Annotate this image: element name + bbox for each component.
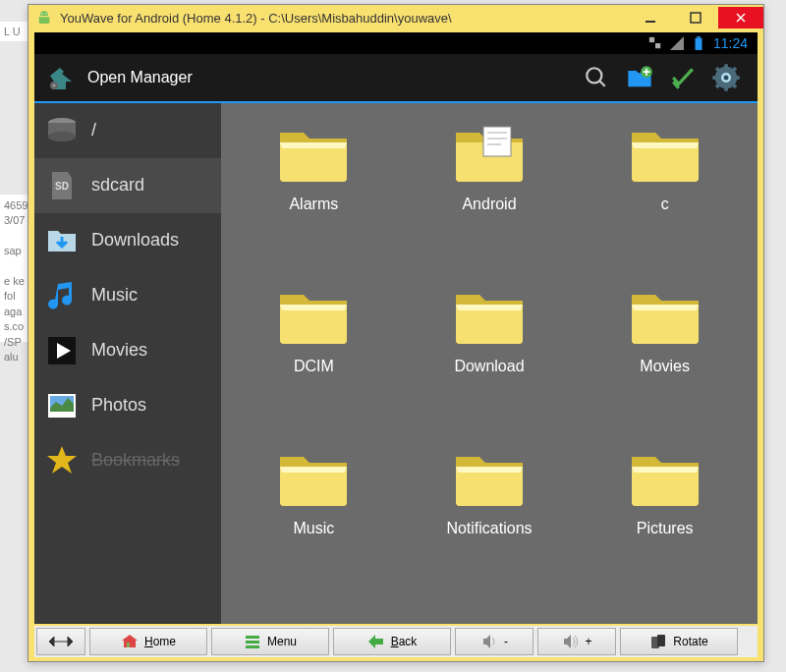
volume-up-button[interactable]: + [537, 628, 616, 655]
signal-icon [670, 36, 684, 50]
rotate-button[interactable]: Rotate [620, 628, 738, 655]
rotate-label: Rotate [673, 635, 707, 648]
folder-icon [626, 281, 704, 348]
folder-label: Pictures [637, 520, 694, 537]
svg-rect-21 [483, 127, 511, 156]
folder-icon [626, 443, 704, 510]
new-folder-button[interactable] [620, 58, 659, 97]
sidebar-item-downloads[interactable]: Downloads [34, 213, 221, 268]
folder-icon [274, 119, 353, 186]
folder-icon [450, 281, 529, 348]
folder-label: Download [454, 358, 524, 375]
folder-grid: Alarms Android c DCIM Download [221, 103, 758, 624]
resize-button[interactable] [36, 628, 85, 655]
folder-icon [274, 281, 353, 348]
svg-rect-27 [657, 635, 665, 646]
rotate-icon [649, 633, 667, 650]
svg-text:SD: SD [55, 181, 69, 192]
folder-label: Notifications [446, 520, 532, 537]
menu-button[interactable]: Menu [211, 628, 329, 655]
folder-notifications[interactable]: Notifications [407, 443, 573, 595]
sidebar-item-bookmarks[interactable]: Bookmarks [34, 433, 221, 488]
back-button[interactable]: Back [333, 628, 451, 655]
svg-point-16 [48, 132, 76, 141]
folder-icon [450, 443, 529, 510]
sd-icon: SD [44, 168, 80, 203]
svg-point-9 [53, 84, 56, 87]
folder-music[interactable]: Music [231, 443, 397, 595]
titlebar: YouWave for Android (Home 4.1.2) - C:\Us… [28, 5, 763, 30]
svg-rect-25 [246, 645, 259, 648]
android-icon [36, 10, 52, 26]
sidebar-item-sdcard[interactable]: SD sdcard [34, 158, 221, 213]
action-bar: Open Manager [34, 54, 758, 103]
sidebar-item-label: sdcard [91, 176, 144, 196]
sidebar-item-label: / [91, 121, 96, 140]
app-window: YouWave for Android (Home 4.1.2) - C:\Us… [28, 4, 764, 662]
speaker-icon [480, 633, 498, 650]
folder-c[interactable]: c [582, 119, 748, 271]
svg-rect-6 [697, 36, 701, 38]
folder-movies[interactable]: Movies [582, 281, 748, 433]
battery-icon [692, 36, 705, 50]
sidebar: / SD sdcard Downloads Music Movies [34, 103, 221, 624]
svg-point-0 [41, 13, 42, 14]
folder-dcim[interactable]: DCIM [231, 281, 397, 433]
folder-pictures[interactable]: Pictures [582, 443, 748, 595]
close-button[interactable] [718, 7, 763, 28]
back-icon [367, 633, 385, 650]
bottom-toolbar: Home Menu Back - + Rotate [34, 626, 758, 657]
svg-rect-4 [649, 37, 654, 42]
android-screen: 11:24 Open Manager / SD sdcard [34, 32, 758, 624]
home-button[interactable]: Home [89, 628, 207, 655]
svg-rect-3 [691, 13, 701, 23]
app-title: Open Manager [87, 69, 573, 86]
folder-download[interactable]: Download [407, 281, 573, 433]
sidebar-item-label: Photos [91, 396, 146, 416]
bg-fragment: L U [0, 22, 29, 41]
sidebar-item-label: Music [91, 286, 138, 306]
speaker-icon [561, 633, 579, 650]
settings-button[interactable] [706, 58, 746, 97]
check-button[interactable] [663, 58, 702, 97]
volume-down-button[interactable]: - [455, 628, 533, 655]
sidebar-item-root[interactable]: / [34, 103, 221, 158]
home-label: ome [153, 635, 176, 648]
home-icon [121, 633, 139, 650]
network-icon [648, 36, 662, 50]
svg-rect-22 [127, 643, 130, 647]
folder-android[interactable]: Android [407, 119, 573, 271]
clock: 11:24 [713, 35, 748, 51]
folder-doc-icon [450, 119, 529, 186]
sidebar-item-movies[interactable]: Movies [34, 323, 221, 378]
sidebar-item-label: Downloads [91, 231, 179, 251]
folder-label: Android [462, 196, 516, 213]
svg-rect-7 [695, 38, 702, 50]
folder-label: DCIM [294, 358, 334, 375]
window-title: YouWave for Android (Home 4.1.2) - C:\Us… [60, 11, 628, 26]
folder-label: c [661, 196, 669, 213]
svg-point-14 [724, 76, 729, 81]
minimize-button[interactable] [628, 7, 673, 28]
content-area: / SD sdcard Downloads Music Movies [34, 103, 758, 624]
maximize-button[interactable] [673, 7, 718, 28]
sidebar-item-music[interactable]: Music [34, 268, 221, 323]
home-label-u: H [144, 635, 153, 648]
window-controls [628, 7, 763, 28]
vol-plus-label: + [585, 635, 591, 648]
play-icon [44, 333, 80, 368]
music-icon [44, 278, 80, 313]
download-icon [44, 223, 80, 258]
svg-rect-5 [655, 43, 660, 48]
folder-label: Music [293, 520, 334, 537]
menu-label: Menu [267, 635, 297, 648]
vol-minus-label: - [504, 635, 508, 648]
search-button[interactable] [577, 58, 616, 97]
folder-icon [626, 119, 704, 186]
svg-rect-2 [646, 21, 655, 23]
folder-alarms[interactable]: Alarms [231, 119, 397, 271]
status-bar[interactable]: 11:24 [34, 32, 758, 54]
bg-fragment: 46593/07sape kefolagas.co/SPalu [0, 195, 29, 342]
sidebar-item-photos[interactable]: Photos [34, 378, 221, 433]
star-icon [44, 443, 80, 478]
